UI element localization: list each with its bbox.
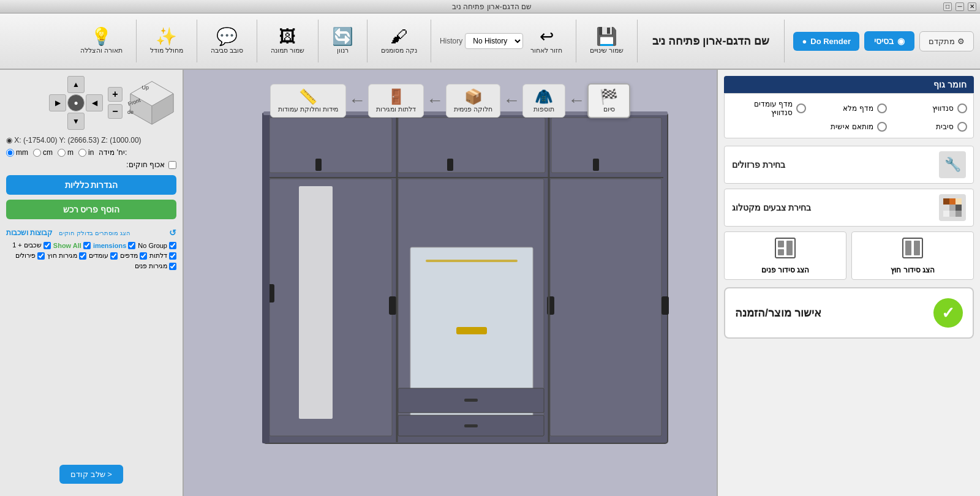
window-title: שם הדגם-ארון פתיחה ניב [452,2,532,11]
nav-right-button[interactable]: ▶ [49,94,66,111]
material-sandwich-radio[interactable] [957,103,967,113]
svg-rect-15 [456,327,487,334]
step-finish[interactable]: 🏁 סיום [587,83,630,118]
renew-tool[interactable]: 🔄 רנוון [327,26,358,57]
group-tag-shelves[interactable]: מדפים [120,252,147,260]
close-button[interactable]: ✕ [968,2,976,11]
doors-icon: 🚪 [387,88,405,105]
basic-button[interactable]: ◉ בסיסי [864,31,914,51]
divider-3 [576,20,576,62]
model-fill-tool[interactable]: ✨ מחולל מודל [145,26,188,57]
divider-4 [431,20,431,62]
nav-center-button[interactable]: ● [67,94,85,111]
svg-rect-8 [270,118,392,173]
nav-left-button[interactable]: ◀ [86,94,103,111]
step-finish-btn[interactable]: 🏁 סיום [587,83,630,118]
zoom-controls[interactable]: + − [108,87,123,119]
save-photo-tool[interactable]: 🖼 שמור תמונה [266,26,309,57]
step-additions-btn[interactable]: 🧥 תוספות [522,84,565,118]
material-full-shelf[interactable]: מדף מלא [811,100,886,117]
unit-mm-label[interactable]: mm [6,148,28,157]
back-tool[interactable]: ↩ חזור לאחור [526,26,567,57]
nav-cube[interactable]: Front Side Up [127,78,176,127]
advanced-button[interactable]: ⚙ מתקדם [919,31,974,51]
basic-icon: ◉ [897,36,905,46]
divider-7 [257,20,257,62]
material-title: חומר גוף [724,76,974,93]
material-full-shelf-radio[interactable] [877,103,887,113]
nav-up-button[interactable]: ▲ [67,76,85,93]
step-dimensions-btn[interactable]: 📏 מידות וחלוקת עמודות [270,84,346,118]
clean-tool[interactable]: 🖌 נקה מסומנים [376,26,422,57]
nav-arrows[interactable]: ▲ ◀ ● ▶ ▼ [49,76,103,130]
material-sibit-radio[interactable] [957,122,967,132]
surround-tool[interactable]: 💬 סובב סביבה [206,26,248,57]
inner-arrange-btn[interactable]: הצג סידור פנים [724,231,846,280]
material-standing-sandwich[interactable]: מדף עומדים סנדוויץ [731,100,806,117]
step-inner-panel[interactable]: 📦 חלוקה פנימית [446,84,500,118]
unit-cm-radio[interactable] [33,149,41,157]
group-tag-no-group[interactable]: No Group [138,241,176,249]
refresh-icon[interactable]: ↺ [169,228,176,238]
unit-m-radio[interactable] [58,149,66,157]
group-tag-doors[interactable]: דלתות [149,252,176,260]
group-tag-layers1[interactable]: שכבים + 1 [12,241,51,249]
add-price-button[interactable]: הוסף פריס רכש [6,200,176,219]
unit-in-label[interactable]: in [78,148,94,157]
material-sibit[interactable]: סיבית [892,122,967,132]
colors-row[interactable]: בחירת צבעים מקטלוג [724,189,974,227]
step-doors-btn[interactable]: 🚪 דלתות ומגירות [368,84,424,118]
unit-in-radio[interactable] [78,149,86,157]
group-tag-outer-drawers[interactable]: מגירות חוץ [47,252,86,260]
svg-rect-36 [956,198,962,205]
minimize-button[interactable]: ─ [956,2,964,11]
maximize-button[interactable]: □ [943,2,952,11]
render-button[interactable]: Do Render ● [793,32,859,51]
svg-rect-41 [949,211,956,217]
material-custom[interactable]: מותאם אישית [811,122,886,132]
approve-button[interactable]: ✓ אישור מוצר/הזמנה [724,287,974,339]
step-dimensions[interactable]: 📏 מידות וחלוקת עמודות [270,84,346,118]
history-select[interactable]: No History [465,33,523,49]
zoom-in-button[interactable]: + [108,87,123,102]
svg-rect-20 [662,296,669,315]
hardware-icon: 🔧 [939,151,966,178]
divider-9 [136,20,137,62]
unit-label: יח' מידה: [99,148,127,157]
general-settings-button[interactable]: הגדרות כלליות [6,175,176,195]
arc-curve-checkbox[interactable] [168,161,176,169]
svg-rect-22 [315,159,322,171]
colors-icon [939,194,966,221]
unit-cm-label[interactable]: cm [33,148,53,157]
unit-mm-radio[interactable] [6,149,14,157]
save-tool[interactable]: 💾 שמור שינויים [585,26,628,57]
svg-rect-12 [299,186,333,419]
title-bar-controls[interactable]: ✕ ─ □ [943,2,976,11]
group-tag-imensions[interactable]: imensions [93,241,135,249]
group-tag-inner-drawers[interactable]: מגירות פנים [135,262,176,270]
hardware-row[interactable]: 🔧 בחירת פרזולים [724,146,974,184]
prev-step-button[interactable]: < שלב קודם [59,465,123,484]
group-tag-accessories[interactable]: פירולים [15,252,45,260]
outer-arrange-icon [902,237,924,263]
viewport[interactable] [184,70,717,496]
svg-rect-16 [426,260,518,262]
light-tool[interactable]: 💡 תאורה והצללה [75,26,127,57]
step-inner-panel-btn[interactable]: 📦 חלוקה פנימית [446,84,500,118]
group-tag-show-all[interactable]: Show All [53,241,91,249]
nav-down-button[interactable]: ▼ [67,113,85,130]
material-sandwich[interactable]: סנדוויץ [892,100,967,117]
material-custom-radio[interactable] [877,122,887,132]
svg-rect-47 [778,241,784,247]
unit-m-label[interactable]: m [58,148,74,157]
svg-rect-45 [914,241,920,255]
group-tag-standing[interactable]: עומדים [89,252,118,260]
step-additions[interactable]: 🧥 תוספות [522,84,565,118]
svg-rect-23 [447,159,453,171]
zoom-out-button[interactable]: − [108,104,123,119]
checkmark-icon: ✓ [933,298,963,328]
step-doors[interactable]: 🚪 דלתות ומגירות [368,84,424,118]
svg-text:Side: Side [127,109,134,115]
material-standing-sandwich-radio[interactable] [796,103,806,113]
outer-arrange-btn[interactable]: הצג סידור חוץ [851,231,974,280]
